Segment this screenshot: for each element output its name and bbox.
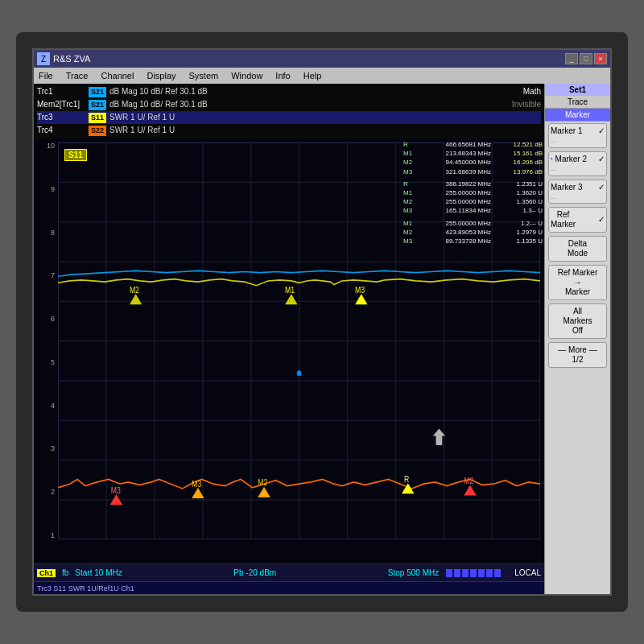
prog-seg-5 [478, 569, 485, 577]
maximize-button[interactable]: □ [580, 53, 592, 64]
more-label: — More —1/2 [558, 345, 597, 364]
trace-badge-trc3[interactable]: S11 [89, 113, 106, 123]
mk-r2: R [403, 180, 419, 188]
ref-marker-label: RefMarker [551, 210, 576, 229]
menu-trace[interactable]: Trace [64, 71, 90, 80]
menu-display[interactable]: Display [145, 71, 177, 80]
trace-name-mem2: Mem2[Trc1] [37, 101, 85, 109]
marker-info-m3: M3 321.68639 MHz 13.976 dB [403, 167, 543, 176]
mk-m3b: M3 [403, 206, 419, 215]
trace-badge-trc4[interactable]: S22 [89, 126, 106, 136]
menu-window[interactable]: Window [229, 71, 264, 80]
svg-text:M1: M1 [285, 285, 295, 295]
marker-info-r2: R 386.19822 MHz 1.2351 U [403, 180, 543, 188]
pb-label: Pb -20 dBm [129, 568, 382, 577]
trace-params-trc4: SWR 1 U/ Ref 1 U [109, 126, 541, 134]
application-window: Z R&S ZVA _ □ × File Trace Channel Displ… [32, 48, 612, 596]
mv-m2c: 1.2979 U [494, 228, 543, 237]
marker-info-m3c: M3 89.733728 MHz 1.1335 U [403, 237, 543, 246]
ref-marker-button[interactable]: RefMarker ✓ [548, 207, 607, 233]
mk-m1: M1 [403, 149, 419, 158]
y-label-3: 3 [51, 445, 55, 452]
mf-m2b: 255.00000 MHz [423, 197, 491, 206]
local-label: LOCAL [514, 568, 541, 577]
prog-seg-7 [494, 569, 501, 577]
delta-mode-button[interactable]: DeltaMode [548, 236, 607, 262]
trace-badge-trc1[interactable]: S21 [89, 87, 106, 97]
y-axis-labels: 10 9 8 7 6 5 4 3 2 1 [34, 142, 56, 539]
title-bar-left: Z R&S ZVA [37, 52, 90, 65]
svg-text:M2: M2 [130, 285, 139, 295]
marker2-button[interactable]: · Marker 2 ✓ ... [548, 151, 607, 176]
close-button[interactable]: × [594, 53, 607, 64]
svg-text:M3: M3 [355, 285, 365, 295]
trace-params-trc1: dB Mag 10 dB/ Ref 30.1 dB [109, 88, 520, 96]
start-label: Start 10 MHz [75, 568, 122, 577]
marker-info-m3b: M3 165.11834 MHz 1.3-- U [403, 206, 543, 215]
more-button[interactable]: — More —1/2 [548, 342, 607, 368]
mk-m3c: M3 [403, 237, 419, 246]
sidebar-trace-section[interactable]: Trace [545, 96, 610, 109]
svg-point-36 [297, 370, 302, 376]
mv-m3: 13.976 dB [494, 167, 543, 176]
marker-info-m1: M1 213.68343 MHz 15.161 dB [403, 149, 543, 158]
mk-m1c: M1 [403, 219, 419, 228]
menu-channel[interactable]: Channel [99, 71, 135, 80]
marker1-check: ✓ [598, 126, 605, 136]
marker3-label: Marker 3 [551, 183, 582, 192]
trace-name-trc4: Trc4 [37, 126, 85, 134]
all-markers-off-label: AllMarkersOff [563, 307, 592, 335]
mf-r2: 386.19822 MHz [423, 180, 491, 188]
trace-name-trc1: Trc1 [37, 88, 85, 96]
marker2-label: · Marker 2 [551, 155, 587, 164]
app-icon: Z [37, 52, 50, 65]
menu-info[interactable]: Info [274, 71, 291, 80]
trace-badge-mem2[interactable]: S21 [89, 100, 106, 110]
mv-m3c: 1.1335 U [494, 237, 543, 246]
mk-r1: R [403, 140, 419, 149]
y-label-2: 2 [51, 489, 55, 496]
mv-r1: 12.521 dB [494, 140, 543, 149]
sidebar-marker-section[interactable]: Marker [545, 109, 610, 122]
ref-marker-to-marker-button[interactable]: Ref Marker→Marker [548, 265, 607, 300]
fb-indicator: fb [62, 568, 68, 577]
title-bar: Z R&S ZVA _ □ × [34, 50, 610, 68]
all-markers-off-button[interactable]: AllMarkersOff [548, 303, 607, 339]
y-label-8: 8 [51, 229, 55, 237]
marker3-button[interactable]: Marker 3 ✓ ... [548, 180, 607, 204]
mv-m3b: 1.3-- U [494, 206, 543, 215]
prog-seg-6 [486, 569, 493, 577]
y-label-5: 5 [51, 359, 55, 366]
marker1-button[interactable]: Marker 1 ✓ ... [548, 123, 607, 148]
y-label-9: 9 [51, 186, 55, 193]
window-controls[interactable]: _ □ × [565, 53, 607, 64]
trace-rows: Trc1 S21 dB Mag 10 dB/ Ref 30.1 dB Math … [34, 84, 544, 138]
prog-seg-2 [454, 569, 460, 577]
minimize-button[interactable]: _ [565, 53, 578, 64]
marker-info-m1c: M1 255.00000 MHz 1.2--- U [403, 219, 543, 228]
ref-to-marker-label: Ref Marker→Marker [558, 268, 597, 296]
menu-system[interactable]: System [188, 71, 221, 80]
menu-file[interactable]: File [37, 71, 55, 80]
marker2-check: ✓ [598, 155, 605, 164]
menu-help[interactable]: Help [302, 71, 324, 80]
trace-row-mem2: Mem2[Trc1] S21 dB Mag 10 dB/ Ref 30.1 dB… [37, 98, 541, 111]
marker-info-r1: R 466.65681 MHz 12.521 dB [403, 140, 543, 149]
y-label-4: 4 [51, 402, 55, 410]
main-content: Trc1 S21 dB Mag 10 dB/ Ref 30.1 dB Math … [34, 84, 610, 594]
mf-r1: 466.65681 MHz [423, 140, 491, 149]
bottom-bar: Ch1 fb Start 10 MHz Pb -20 dBm Stop 500 … [34, 564, 544, 581]
marker-info-m2b: M2 255.00000 MHz 1.3560 U [403, 197, 543, 206]
mf-m2c: 423.89053 MHz [423, 228, 491, 237]
mv-m1b: 1.3620 U [494, 188, 543, 197]
mk-m1b: M1 [403, 188, 419, 197]
prog-seg-1 [446, 569, 452, 577]
mf-m3b: 165.11834 MHz [423, 206, 491, 215]
y-label-6: 6 [51, 316, 55, 323]
mk-m2c: M2 [403, 228, 419, 237]
svg-text:M2: M2 [258, 478, 267, 488]
mk-m2: M2 [403, 158, 419, 167]
mk-m3: M3 [403, 167, 419, 176]
channel-badge: Ch1 [37, 569, 56, 577]
right-sidebar: Set1 Trace Marker Marker 1 ✓ ... · Marke… [544, 84, 610, 594]
